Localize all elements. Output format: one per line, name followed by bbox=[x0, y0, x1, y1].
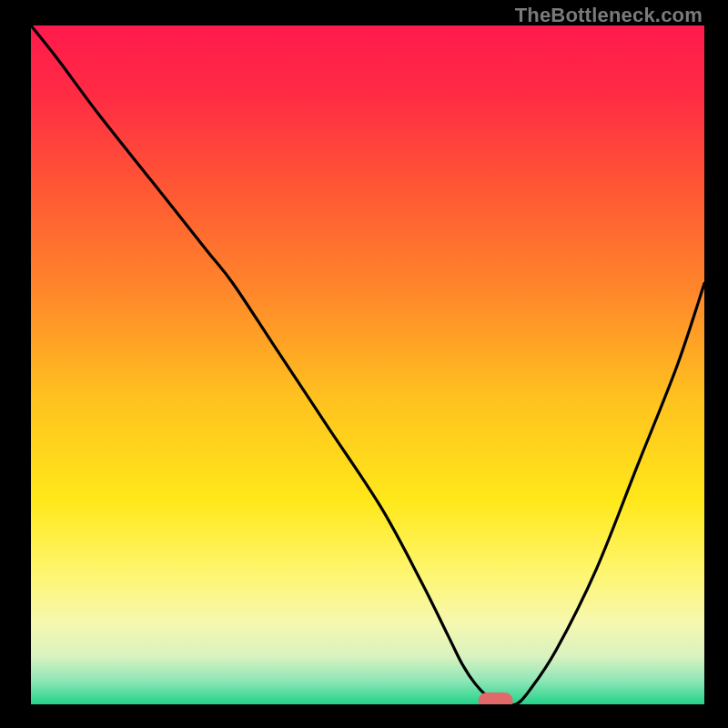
gradient-background bbox=[31, 25, 704, 704]
optimal-marker bbox=[479, 693, 513, 704]
chart-frame: TheBottleneck.com bbox=[0, 0, 728, 728]
bottleneck-chart bbox=[31, 25, 704, 704]
plot-area bbox=[31, 25, 704, 704]
watermark-text: TheBottleneck.com bbox=[515, 4, 703, 27]
